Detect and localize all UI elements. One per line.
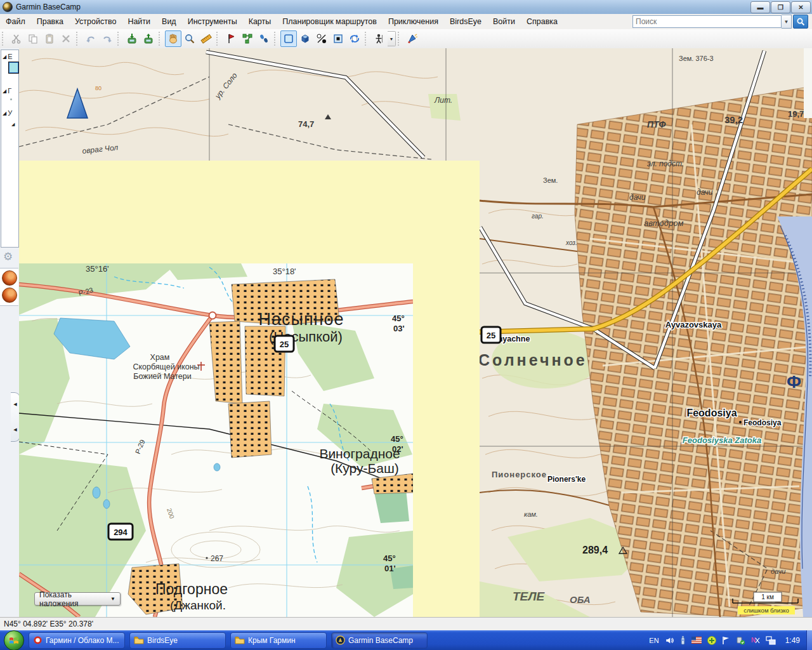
menu-bar: Файл Правка Устройство Найти Вид Инструм… bbox=[0, 14, 812, 30]
scale-warning: слишком близко bbox=[743, 607, 789, 614]
expand-triangle-icon: ◢ bbox=[3, 88, 6, 94]
birdseye-download-button[interactable] bbox=[404, 30, 421, 47]
track-tool-button[interactable] bbox=[256, 30, 272, 47]
overlay-feodosiya-dot bbox=[739, 421, 742, 423]
system-tray: EN N 1:49 bbox=[649, 635, 806, 645]
taskbar-item-krym-folder[interactable]: Крым Гармин bbox=[230, 632, 327, 649]
zoom-tool-button[interactable] bbox=[181, 30, 198, 47]
network-icon[interactable] bbox=[766, 636, 776, 645]
map-canvas[interactable]: овраг Чол ур. Соло Лит. 80 Зем. 376-3 74… bbox=[19, 48, 812, 617]
folder-icon bbox=[235, 636, 245, 644]
taskbar-item-label: Крым Гармин bbox=[248, 636, 296, 645]
track-icon bbox=[258, 33, 270, 44]
refresh-map-button[interactable] bbox=[346, 30, 363, 47]
route-shield-25-main: 25 bbox=[481, 327, 501, 343]
action-center-flag-icon[interactable] bbox=[722, 636, 730, 645]
map-3d-button[interactable] bbox=[297, 30, 313, 47]
hand-pan-icon bbox=[167, 33, 179, 44]
menu-item-maps[interactable]: Карты bbox=[243, 15, 277, 29]
waypoint-tool-button[interactable] bbox=[223, 30, 239, 47]
library-tree-panel: ◢Е ◢Г ◢У ◢ bbox=[1, 50, 19, 248]
measure-tool-button[interactable] bbox=[198, 30, 214, 47]
menu-item-find[interactable]: Найти bbox=[122, 15, 156, 29]
volume-icon[interactable] bbox=[665, 636, 674, 645]
taskbar-item-birdseye-folder[interactable]: BirdsEye bbox=[129, 632, 226, 649]
search-input[interactable] bbox=[632, 15, 782, 28]
menu-item-edit[interactable]: Правка bbox=[31, 15, 69, 29]
clock[interactable]: 1:49 bbox=[785, 636, 800, 645]
menu-item-tools[interactable]: Инструменты bbox=[182, 15, 243, 29]
menu-item-file[interactable]: Файл bbox=[0, 15, 31, 29]
kam-label: кам. bbox=[524, 510, 538, 518]
tree-item-1[interactable]: ◢Е bbox=[3, 53, 18, 60]
menu-item-route-planner[interactable]: Планировщик маршрутов bbox=[277, 15, 383, 29]
detail-level-button[interactable] bbox=[313, 30, 330, 47]
oba-label: ОБА bbox=[570, 594, 591, 605]
overlay-pionerske: Pioners'ke bbox=[547, 475, 586, 484]
undo-button[interactable] bbox=[82, 30, 99, 47]
usb-device-icon[interactable] bbox=[680, 635, 686, 645]
tree-item-2[interactable]: ◢Г bbox=[3, 87, 18, 95]
grid-lon16: 35°16' bbox=[86, 264, 109, 274]
minimize-button[interactable]: ▬ bbox=[750, 1, 770, 13]
activity-profile-button[interactable] bbox=[371, 30, 388, 47]
cut-button[interactable] bbox=[8, 30, 25, 47]
route-shield-25-inset: 25 bbox=[275, 336, 294, 352]
delete-button[interactable] bbox=[58, 30, 74, 47]
menu-item-signin[interactable]: Войти bbox=[487, 15, 521, 29]
overlay-ayvazovskaya: Ayvazovskaya bbox=[665, 320, 722, 329]
language-indicator[interactable]: EN bbox=[649, 637, 658, 644]
map-graphics: овраг Чол ур. Соло Лит. 80 Зем. 376-3 74… bbox=[19, 48, 812, 617]
paste-button[interactable] bbox=[41, 30, 58, 47]
restore-button[interactable]: ❐ bbox=[771, 1, 790, 13]
show-overlays-dropdown[interactable]: Показать наложения ▼ bbox=[34, 592, 121, 606]
taskbar-item-opera[interactable]: Гармин / Облако M... bbox=[29, 632, 125, 649]
close-button[interactable]: ✕ bbox=[791, 1, 811, 13]
garmin-swirl-icon[interactable] bbox=[2, 270, 17, 286]
cursor-coordinates: N45° 04.892' E35° 20.378' bbox=[4, 620, 93, 628]
send-to-device-button[interactable] bbox=[140, 30, 157, 47]
route-shield-294: 294 bbox=[108, 524, 133, 540]
pan-tool-button[interactable] bbox=[165, 30, 181, 47]
receive-from-device-button[interactable] bbox=[124, 30, 140, 47]
taskbar-item-label: Garmin BaseCamp bbox=[348, 636, 413, 645]
shield-25-main-label: 25 bbox=[487, 331, 495, 340]
map-2d-button[interactable] bbox=[280, 30, 297, 47]
tree-item-label: Г bbox=[8, 87, 11, 95]
dachi-label-3: дачи bbox=[771, 567, 785, 575]
copy-button[interactable] bbox=[25, 30, 41, 47]
antivirus-icon[interactable] bbox=[707, 636, 716, 645]
show-desktop-strip[interactable] bbox=[806, 630, 812, 650]
tree-item-3[interactable]: ◢У bbox=[3, 109, 18, 117]
netcut-icon[interactable]: N bbox=[751, 636, 760, 645]
start-button[interactable] bbox=[4, 630, 24, 650]
svg-text:N: N bbox=[751, 637, 756, 644]
ptf-label: ПТФ bbox=[647, 119, 665, 129]
menu-item-view[interactable]: Вид bbox=[156, 15, 182, 29]
selected-list-icon[interactable] bbox=[9, 62, 18, 73]
grid-lat03: 03' bbox=[393, 324, 405, 333]
route-tool-button[interactable] bbox=[239, 30, 256, 47]
taskbar-item-basecamp[interactable]: Garmin BaseCamp bbox=[331, 632, 428, 649]
search-button[interactable] bbox=[793, 15, 808, 29]
us-flag-icon[interactable] bbox=[691, 637, 702, 644]
redo-button[interactable] bbox=[99, 30, 115, 47]
activity-profile-dropdown[interactable]: ▼ bbox=[388, 31, 396, 46]
scissors-icon bbox=[11, 33, 22, 44]
copy-icon bbox=[27, 33, 39, 44]
folder-icon bbox=[134, 636, 144, 644]
menu-item-help[interactable]: Справка bbox=[521, 15, 563, 29]
taskbar-item-label: BirdsEye bbox=[147, 636, 178, 645]
gear-icon[interactable]: ⚙ bbox=[3, 250, 13, 263]
chevron-down-icon: ▼ bbox=[110, 596, 115, 602]
lit-label: Лит. bbox=[434, 96, 452, 105]
menu-item-birdseye[interactable]: BirdsEye bbox=[444, 15, 487, 29]
safely-remove-usb-icon[interactable] bbox=[736, 636, 745, 645]
garmin-swirl-icon[interactable] bbox=[2, 288, 17, 303]
menu-item-adventures[interactable]: Приключения bbox=[383, 15, 444, 29]
map-2d-icon bbox=[283, 33, 294, 44]
fullscreen-icon bbox=[332, 33, 344, 44]
menu-item-device[interactable]: Устройство bbox=[69, 15, 122, 29]
search-dropdown[interactable]: ▼ bbox=[782, 15, 792, 29]
fullscreen-button[interactable] bbox=[330, 30, 346, 47]
